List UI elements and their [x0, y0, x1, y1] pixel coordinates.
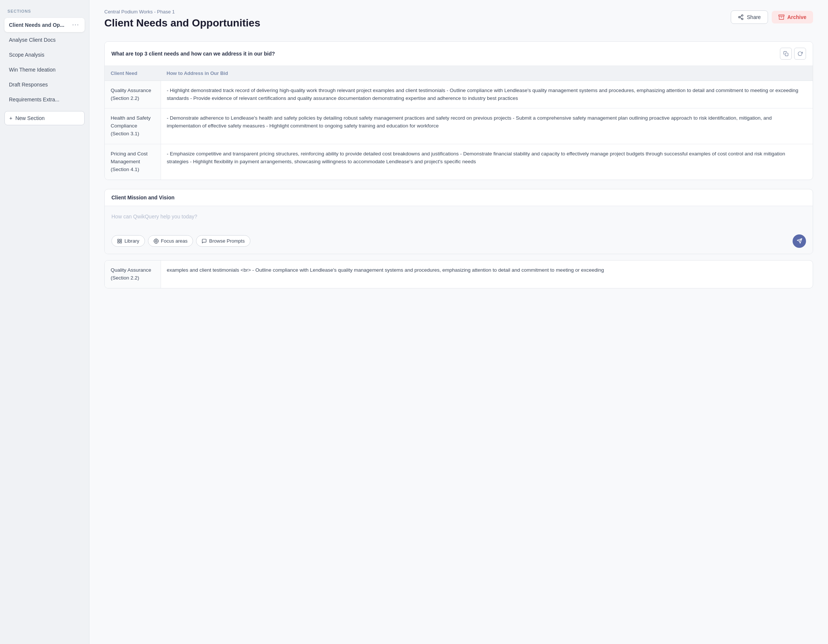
header-actions: Share Archive: [731, 11, 813, 24]
sidebar-item-scope-analysis[interactable]: Scope Analysis ···: [5, 48, 85, 62]
chat-area: How can QwikQuery help you today? Librar…: [105, 206, 813, 254]
header-top: Central Podium Works - Phase 1 Client Ne…: [104, 9, 813, 30]
question-block: What are top 3 client needs and how can …: [104, 41, 813, 180]
library-button[interactable]: Library: [111, 235, 145, 247]
svg-line-3: [740, 17, 742, 19]
copy-icon: [783, 51, 789, 56]
share-button[interactable]: Share: [731, 11, 768, 24]
share-icon: [738, 14, 744, 20]
refresh-icon: [797, 51, 803, 56]
address-cell: - Highlight demonstrated track record of…: [161, 80, 813, 108]
copy-button[interactable]: [780, 48, 792, 60]
header-left: Central Podium Works - Phase 1 Client Ne…: [104, 9, 260, 30]
address-cell: - Emphasize competitive and transparent …: [161, 144, 813, 180]
need-cell: Quality Assurance(Section 2.2): [105, 261, 161, 288]
svg-rect-9: [120, 239, 121, 241]
breadcrumb: Central Podium Works - Phase 1: [104, 9, 260, 14]
plus-icon: +: [9, 115, 12, 121]
browse-prompts-button[interactable]: Browse Prompts: [196, 235, 250, 247]
svg-rect-8: [118, 239, 119, 241]
sidebar-item-win-theme[interactable]: Win Theme Ideation ···: [5, 63, 85, 77]
library-label: Library: [124, 238, 140, 244]
send-button[interactable]: [793, 234, 806, 248]
question-header: What are top 3 client needs and how can …: [105, 42, 813, 66]
svg-rect-5: [778, 15, 784, 16]
bottom-partial-block: Quality Assurance(Section 2.2) examples …: [104, 260, 813, 289]
chat-toolbar: Library Focus areas Browse Prompts: [111, 234, 806, 248]
sidebar: SECTIONS Client Needs and Op... ··· Anal…: [0, 0, 89, 644]
question-actions: [780, 48, 806, 60]
svg-point-13: [155, 240, 157, 242]
bottom-partial-table: Quality Assurance(Section 2.2) examples …: [105, 261, 813, 288]
sidebar-item-label: Win Theme Ideation: [9, 67, 72, 73]
svg-rect-11: [118, 242, 119, 243]
sidebar-item-analyse-client[interactable]: Analyse Client Docs ···: [5, 33, 85, 47]
table-row: Quality Assurance(Section 2.2) examples …: [105, 261, 813, 288]
chat-placeholder: How can QwikQuery help you today?: [111, 214, 806, 220]
need-cell: Pricing and Cost Management (Section 4.1…: [105, 144, 161, 180]
focus-areas-button[interactable]: Focus areas: [148, 235, 193, 247]
mission-header: Client Mission and Vision: [105, 189, 813, 206]
sidebar-item-label: Draft Responses: [9, 82, 72, 88]
need-cell: Quality Assurance (Section 2.2): [105, 80, 161, 108]
table-row: Pricing and Cost Management (Section 4.1…: [105, 144, 813, 180]
header: Central Podium Works - Phase 1 Client Ne…: [89, 0, 828, 38]
sidebar-item-label: Scope Analysis: [9, 52, 72, 58]
archive-icon: [778, 14, 784, 20]
svg-rect-10: [120, 242, 121, 243]
address-cell: examples and client testimonials <br> - …: [161, 261, 813, 288]
sidebar-item-menu[interactable]: ···: [72, 22, 80, 28]
browse-prompts-label: Browse Prompts: [209, 238, 245, 244]
focus-areas-icon: [154, 239, 159, 244]
new-section-button[interactable]: + New Section: [5, 111, 85, 125]
table-row: Health and Safety Compliance (Section 3.…: [105, 108, 813, 144]
sidebar-item-requirements[interactable]: Requirements Extra... ···: [5, 93, 85, 107]
browse-prompts-icon: [202, 239, 207, 244]
col1-header: Client Need: [105, 66, 161, 81]
svg-rect-7: [785, 53, 788, 56]
col2-header: How to Address in Our Bid: [161, 66, 813, 81]
sidebar-item-draft-responses[interactable]: Draft Responses ···: [5, 77, 85, 92]
need-cell: Health and Safety Compliance (Section 3.…: [105, 108, 161, 144]
needs-table: Client Need How to Address in Our Bid Qu…: [105, 66, 813, 180]
focus-areas-label: Focus areas: [161, 238, 188, 244]
page-title: Client Needs and Opportunities: [104, 17, 260, 30]
sidebar-item-label: Analyse Client Docs: [9, 37, 72, 43]
new-section-label: New Section: [15, 115, 45, 121]
share-label: Share: [747, 14, 761, 20]
address-cell: - Demonstrate adherence to Lendlease's h…: [161, 108, 813, 144]
main-content: Central Podium Works - Phase 1 Client Ne…: [89, 0, 828, 644]
sections-label: SECTIONS: [5, 9, 85, 13]
archive-label: Archive: [787, 14, 806, 20]
sidebar-item-label: Client Needs and Op...: [9, 22, 72, 28]
archive-button[interactable]: Archive: [772, 11, 813, 24]
sidebar-item-label: Requirements Extra...: [9, 97, 72, 102]
sidebar-item-client-needs[interactable]: Client Needs and Op... ···: [5, 18, 85, 32]
refresh-button[interactable]: [794, 48, 806, 60]
library-icon: [117, 239, 122, 244]
question-text: What are top 3 client needs and how can …: [111, 51, 275, 57]
send-icon: [797, 238, 802, 244]
svg-line-4: [740, 16, 742, 17]
content-area: What are top 3 client needs and how can …: [89, 38, 828, 644]
table-row: Quality Assurance (Section 2.2)- Highlig…: [105, 80, 813, 108]
mission-block: Client Mission and Vision How can QwikQu…: [104, 189, 813, 254]
